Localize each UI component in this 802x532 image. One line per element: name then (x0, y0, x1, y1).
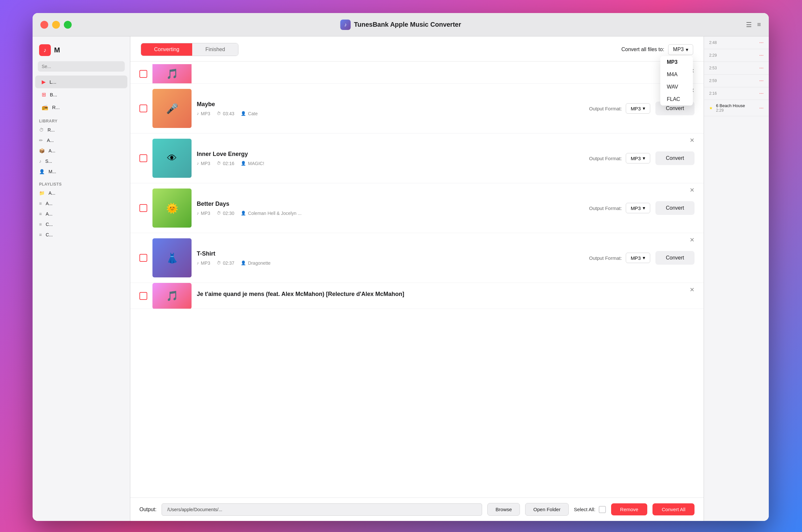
list-item[interactable]: 2:29 ··· (704, 49, 769, 62)
more-options-icon-6[interactable]: ··· (759, 105, 764, 111)
convert-all-format-section: Convert all files to: MP3 ▾ MP3 M4A WAV … (621, 44, 693, 55)
song-format-select-tshirt[interactable]: MP3 ▾ (626, 253, 650, 263)
table-row: 🎤 Maybe ♪ MP3 ⏱ 03:43 (130, 84, 704, 133)
person-icon-3: 👤 (241, 211, 246, 215)
playlist-icon-button[interactable]: ☰ (746, 21, 752, 28)
song-format-better-days: ♪ MP3 (197, 211, 210, 216)
sidebar-playlist-4[interactable]: ≡ C... (33, 219, 130, 230)
sidebar-playlist-3[interactable]: ≡ A... (33, 209, 130, 219)
sidebar-library-artists[interactable]: ✏ A... (33, 135, 130, 146)
song-art-tshirt: 👗 (152, 238, 191, 278)
song-artist-maybe: 👤 Cate (241, 111, 258, 116)
convert-button-tshirt[interactable]: Convert (655, 251, 694, 265)
sidebar-library-recently[interactable]: ⏱ R... (33, 125, 130, 135)
tab-finished[interactable]: Finished (192, 43, 238, 56)
convert-button-better-days[interactable]: Convert (655, 201, 694, 215)
songs-icon: ♪ (39, 158, 41, 164)
song-checkbox-maybe[interactable] (139, 104, 147, 112)
song-artist-inner-love: 👤 MAGIC! (241, 161, 264, 166)
browse-button[interactable]: Browse (487, 503, 520, 516)
sidebar-playlist-1[interactable]: 📁 A... (33, 188, 130, 198)
maximize-button[interactable] (64, 21, 72, 28)
list-item[interactable]: ★ 6 Beach House 2:29 ··· (704, 100, 769, 116)
format-select-button[interactable]: MP3 ▾ MP3 M4A WAV FLAC (668, 44, 693, 55)
more-options-icon-4[interactable]: ··· (759, 78, 764, 84)
format-option-flac[interactable]: FLAC (660, 93, 693, 106)
table-row: 👁 Inner Love Energy ♪ MP3 ⏱ 02:16 (130, 133, 704, 183)
albums-icon: 📦 (39, 148, 44, 153)
song-format-select-better-days[interactable]: MP3 ▾ (626, 203, 650, 213)
sidebar-item-listen-now[interactable]: ▶ L... (35, 76, 127, 88)
song-title-maybe: Maybe (197, 101, 584, 108)
music-item-info-4: 2:59 (709, 78, 756, 83)
song-title-inner-love: Inner Love Energy (197, 151, 584, 157)
music-item-info-3: 2:53 (709, 66, 756, 70)
song-checkbox-tshirt[interactable] (139, 254, 147, 262)
song-info-tshirt: T-Shirt ♪ MP3 ⏱ 02:37 👤 (197, 250, 584, 266)
browse-icon: ⊞ (42, 92, 46, 98)
menu-icon-button[interactable]: ≡ (757, 21, 761, 28)
select-all-section: Select All: (574, 506, 606, 513)
person-icon: 👤 (241, 111, 246, 116)
output-format-section-inner-love: Output Format: MP3 ▾ (589, 153, 650, 164)
convert-button-inner-love[interactable]: Convert (655, 151, 694, 165)
list-item[interactable]: 2:53 ··· (704, 62, 769, 75)
open-folder-button[interactable]: Open Folder (525, 503, 568, 516)
radio-icon: 📻 (42, 104, 48, 110)
song-duration-better-days: ⏱ 02:30 (217, 211, 234, 216)
sidebar-item-radio[interactable]: 📻 R... (35, 101, 127, 114)
apple-music-icon: ♪ (39, 44, 51, 56)
close-row-button-tshirt[interactable]: ✕ (690, 236, 694, 244)
format-dropdown: MP3 M4A WAV FLAC (660, 56, 693, 106)
song-format-inner-love: ♪ MP3 (197, 161, 210, 166)
sidebar-playlist-5[interactable]: ≡ C... (33, 230, 130, 240)
sidebar-library-albums[interactable]: 📦 A... (33, 146, 130, 156)
playlist-folder-icon: 📁 (39, 190, 44, 196)
song-checkbox-inner-love[interactable] (139, 154, 147, 162)
close-row-button-inner-love[interactable]: ✕ (690, 137, 694, 144)
sidebar-library-music-videos[interactable]: 👤 M... (33, 166, 130, 177)
close-row-button-jetaime[interactable]: ✕ (690, 286, 694, 293)
song-title-tshirt: T-Shirt (197, 250, 584, 257)
output-format-label-maybe: Output Format: (589, 106, 622, 111)
more-options-icon-2[interactable]: ··· (759, 52, 764, 58)
format-option-wav[interactable]: WAV (660, 81, 693, 93)
chevron-down-icon-better-days: ▾ (643, 205, 645, 211)
remove-button[interactable]: Remove (611, 504, 648, 515)
format-option-m4a[interactable]: M4A (660, 69, 693, 81)
song-checkbox-better-days[interactable] (139, 204, 147, 212)
music-item-info-6: 6 Beach House 2:29 (716, 103, 756, 113)
song-art-partial: 🎵 (152, 64, 191, 84)
sidebar-library-recently-label: R... (48, 127, 55, 133)
song-checkbox-partial[interactable] (139, 70, 147, 78)
output-format-section-tshirt: Output Format: MP3 ▾ (589, 253, 650, 263)
select-all-checkbox[interactable] (599, 506, 606, 513)
more-options-icon-1[interactable]: ··· (759, 40, 764, 45)
sidebar-item-browse[interactable]: ⊞ B... (35, 88, 127, 101)
list-item[interactable]: 2:48 ··· (704, 36, 769, 49)
song-format-select-inner-love[interactable]: MP3 ▾ (626, 153, 650, 164)
more-options-icon-5[interactable]: ··· (759, 91, 764, 96)
title-right-actions: ☰ ≡ (746, 21, 761, 28)
song-artist-better-days: 👤 Coleman Hell & Jocelyn ... (241, 211, 301, 216)
music-item-title-6: 6 Beach House (716, 103, 756, 108)
music-item-info-2: 2:29 (709, 53, 756, 58)
tab-converting[interactable]: Converting (141, 43, 192, 56)
song-format-select-maybe[interactable]: MP3 ▾ (626, 103, 650, 114)
song-art-jetaime: 🎵 (152, 283, 191, 309)
format-option-mp3[interactable]: MP3 (660, 56, 693, 69)
sidebar-library-songs[interactable]: ♪ S... (33, 156, 130, 166)
output-label: Output: (139, 507, 156, 512)
song-meta-tshirt: ♪ MP3 ⏱ 02:37 👤 Dragonette (197, 261, 584, 266)
song-checkbox-jetaime[interactable] (139, 292, 147, 300)
more-options-icon-3[interactable]: ··· (759, 65, 764, 71)
list-item[interactable]: 2:16 ··· (704, 87, 769, 100)
close-button[interactable] (40, 21, 48, 28)
sidebar-search-input[interactable] (38, 61, 125, 72)
minimize-button[interactable] (52, 21, 60, 28)
convert-all-button[interactable]: Convert All (652, 504, 694, 515)
list-item[interactable]: 2:59 ··· (704, 75, 769, 87)
sidebar-playlist-2[interactable]: ≡ A... (33, 198, 130, 209)
converter-header: Converting Finished Convert all files to… (130, 36, 704, 61)
close-row-button-better-days[interactable]: ✕ (690, 187, 694, 194)
